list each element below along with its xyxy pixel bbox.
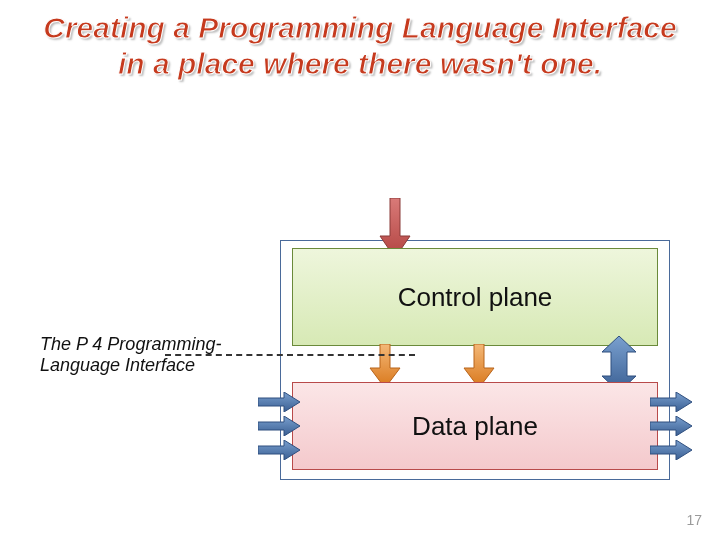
title-line-2: in a place where there wasn't one.: [0, 46, 720, 82]
data-plane-label: Data plane: [412, 411, 538, 442]
arrow-right-icon: [650, 416, 692, 436]
control-plane-box: Control plane: [292, 248, 658, 346]
arrow-right-icon: [258, 416, 300, 436]
title-line-1: Creating a Programming Language Interfac…: [0, 10, 720, 46]
slide: Creating a Programming Language Interfac…: [0, 0, 720, 540]
data-plane-box: Data plane: [292, 382, 658, 470]
arrow-right-icon: [258, 392, 300, 412]
dashed-connector: [165, 354, 415, 356]
control-plane-label: Control plane: [398, 282, 553, 313]
arrow-right-icon: [650, 392, 692, 412]
page-number: 17: [686, 512, 702, 528]
arrow-right-icon: [258, 440, 300, 460]
title-block: Creating a Programming Language Interfac…: [0, 10, 720, 82]
arrow-right-icon: [650, 440, 692, 460]
